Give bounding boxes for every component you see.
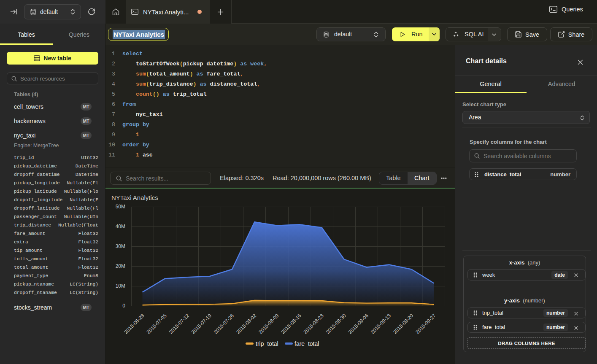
svg-text:2015-07-05: 2015-07-05	[146, 313, 168, 335]
svg-text:fare_total: fare_total	[294, 340, 319, 347]
svg-text:2015-07-26: 2015-07-26	[213, 313, 235, 335]
svg-text:2015-08-30: 2015-08-30	[325, 313, 348, 335]
svg-text:2015-08-09: 2015-08-09	[257, 313, 280, 335]
svg-text:0: 0	[122, 303, 125, 309]
svg-text:2015-09-13: 2015-09-13	[370, 313, 392, 335]
svg-text:30M: 30M	[116, 243, 125, 249]
svg-text:10M: 10M	[116, 283, 125, 289]
svg-text:2015-07-12: 2015-07-12	[168, 313, 191, 335]
svg-text:2015-07-19: 2015-07-19	[190, 313, 213, 335]
svg-text:2015-09-06: 2015-09-06	[347, 313, 370, 335]
svg-text:2015-08-16: 2015-08-16	[280, 313, 303, 335]
svg-text:trip_total: trip_total	[256, 340, 278, 347]
svg-text:2015-06-28: 2015-06-28	[123, 313, 146, 335]
svg-text:40M: 40M	[116, 224, 125, 229]
svg-text:2015-08-02: 2015-08-02	[235, 313, 258, 335]
svg-text:2015-08-23: 2015-08-23	[303, 313, 325, 335]
svg-text:20M: 20M	[116, 263, 125, 269]
svg-text:2015-09-20: 2015-09-20	[392, 313, 415, 335]
svg-text:50M: 50M	[116, 204, 125, 210]
svg-text:2015-09-27: 2015-09-27	[414, 313, 437, 335]
svg-text:NYTaxi Analytics: NYTaxi Analytics	[111, 194, 158, 201]
